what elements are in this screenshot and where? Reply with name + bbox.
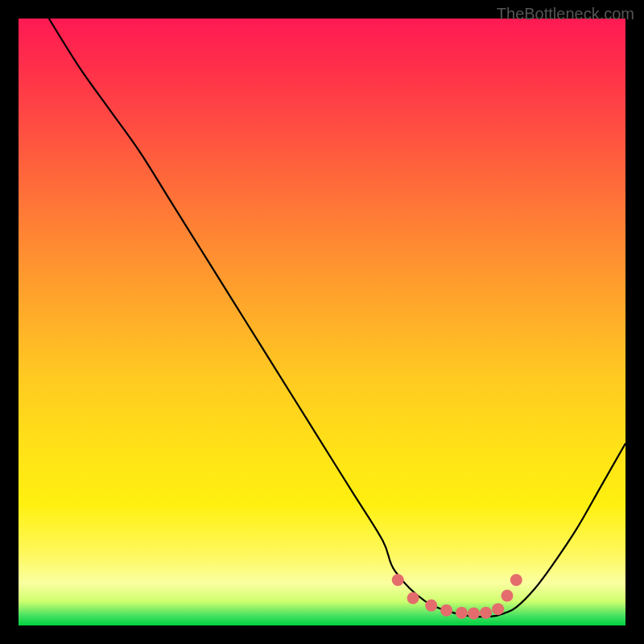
- marker-dot: [392, 574, 404, 586]
- marker-dot: [407, 592, 419, 605]
- marker-dot: [456, 607, 468, 619]
- marker-dot: [501, 590, 513, 602]
- marker-dot: [440, 605, 452, 617]
- plot-area: [19, 19, 625, 625]
- chart-container: TheBottleneck.com: [0, 0, 644, 644]
- highlight-markers: [392, 574, 522, 619]
- bottleneck-curve: [49, 19, 625, 617]
- marker-dot: [468, 607, 480, 619]
- marker-dot: [510, 574, 522, 586]
- attribution-text: TheBottleneck.com: [497, 5, 634, 23]
- chart-svg: [19, 19, 625, 625]
- marker-dot: [425, 600, 437, 612]
- marker-dot: [480, 607, 492, 619]
- marker-dot: [492, 603, 504, 615]
